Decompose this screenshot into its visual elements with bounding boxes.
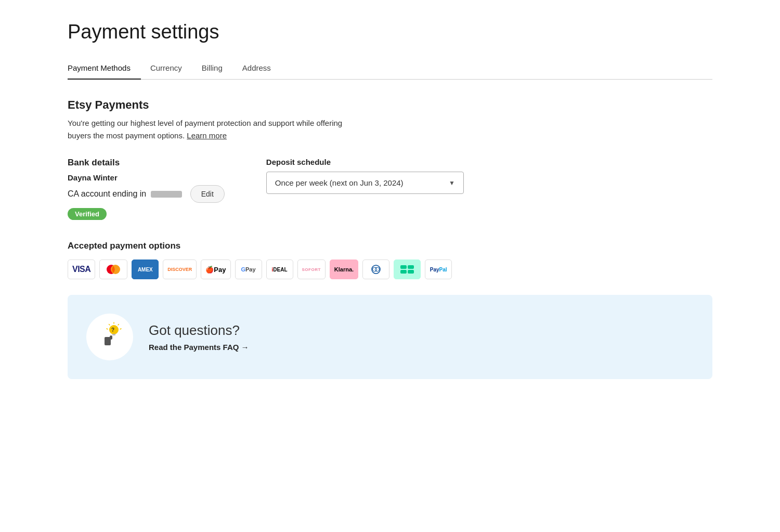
- svg-point-2: [372, 265, 380, 274]
- payment-icon-visa: VISA: [68, 259, 95, 279]
- etsy-payments-description: You're getting our highest level of paym…: [68, 117, 411, 142]
- payment-icon-ideal: iDEAL: [266, 259, 293, 279]
- svg-text:?: ?: [111, 327, 114, 333]
- svg-line-18: [107, 329, 108, 329]
- payment-icon-paypal: PayPal: [425, 259, 452, 279]
- payment-icon-sofort: SOFORT: [297, 259, 326, 279]
- svg-rect-6: [408, 265, 414, 269]
- svg-line-15: [118, 325, 119, 326]
- faq-icon-circle: ?: [86, 314, 133, 360]
- tabs-nav: Payment Methods Currency Billing Address: [68, 58, 712, 80]
- deposit-schedule-panel: Deposit schedule Once per week (next on …: [266, 158, 464, 220]
- payment-icon-klarna: Klarna.: [330, 259, 358, 279]
- svg-rect-7: [400, 270, 407, 274]
- bank-account-row: CA account ending in Edit: [68, 185, 225, 203]
- svg-rect-5: [400, 265, 407, 269]
- payment-icon-afterpay: [394, 259, 421, 279]
- bank-deposit-section: Bank details Dayna Winter CA account end…: [68, 158, 712, 220]
- payment-icons-list: VISA AMEX DISCOVER 🍎Pay G Pay iDEAL SOFO…: [68, 259, 712, 279]
- svg-point-4: [375, 267, 380, 271]
- bank-details-title: Bank details: [68, 158, 225, 168]
- deposit-schedule-value: Once per week (next on Jun 3, 2024): [275, 178, 404, 187]
- svg-rect-12: [112, 334, 115, 335]
- bank-details-panel: Bank details Dayna Winter CA account end…: [68, 158, 225, 220]
- tab-currency[interactable]: Currency: [150, 58, 192, 80]
- tab-payment-methods[interactable]: Payment Methods: [68, 58, 141, 80]
- payment-icon-discover: DISCOVER: [163, 259, 197, 279]
- etsy-payments-title: Etsy Payments: [68, 98, 712, 112]
- account-text: CA account ending in: [68, 189, 182, 199]
- accepted-payments-title: Accepted payment options: [68, 241, 712, 251]
- tab-billing[interactable]: Billing: [202, 58, 233, 80]
- payment-icon-dinersclub: [362, 259, 389, 279]
- payment-icon-mastercard: [99, 259, 127, 279]
- payment-icon-applepay: 🍎Pay: [201, 259, 230, 279]
- tab-address[interactable]: Address: [242, 58, 281, 80]
- faq-link[interactable]: Read the Payments FAQ →: [149, 343, 249, 352]
- faq-content: Got questions? Read the Payments FAQ →: [149, 322, 249, 352]
- faq-title: Got questions?: [149, 322, 249, 339]
- svg-line-16: [120, 329, 121, 329]
- verified-badge: Verified: [68, 208, 107, 220]
- svg-rect-8: [408, 270, 414, 274]
- account-number-redacted: [151, 191, 182, 198]
- chevron-down-icon: ▼: [449, 179, 455, 187]
- page-title: Payment settings: [68, 21, 712, 43]
- account-holder-name: Dayna Winter: [68, 173, 225, 182]
- faq-section: ? Got questions? Read the Payments FAQ →: [68, 295, 712, 379]
- payment-icon-googlepay: G Pay: [235, 259, 262, 279]
- edit-button[interactable]: Edit: [190, 185, 225, 203]
- svg-rect-10: [110, 335, 112, 340]
- deposit-schedule-title: Deposit schedule: [266, 158, 464, 166]
- deposit-schedule-select[interactable]: Once per week (next on Jun 3, 2024) ▼: [266, 172, 464, 194]
- payment-icon-amex: AMEX: [132, 259, 159, 279]
- svg-line-17: [109, 325, 110, 326]
- learn-more-link[interactable]: Learn more: [187, 131, 227, 140]
